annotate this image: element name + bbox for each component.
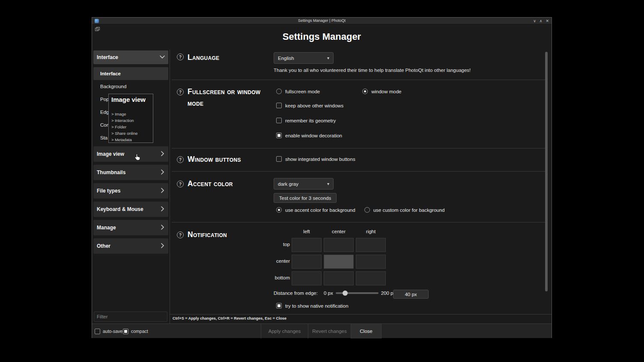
titlebar: Settings Manager | PhotoQt ∨ ∧ ✕ xyxy=(92,18,552,24)
radio-icon[interactable] xyxy=(362,89,368,94)
checkbox-icon xyxy=(123,329,128,334)
sidebar-item-interface[interactable]: Interface xyxy=(93,67,168,80)
sidebar-category-other[interactable]: Other xyxy=(93,238,168,254)
close-button[interactable]: Close xyxy=(351,324,382,338)
category-label: Manage xyxy=(97,225,116,231)
sidebar-item-label: Interface xyxy=(100,71,121,76)
radio-label: fullscreen mode xyxy=(285,89,320,94)
distance-from-edge-row: Distance from edge: 0 px 200 px xyxy=(274,291,396,296)
window-controls: ∨ ∧ ✕ xyxy=(533,18,549,24)
category-label: File types xyxy=(97,188,120,194)
image-view-tooltip: Image view > Image > Interaction > Folde… xyxy=(108,94,153,143)
sidebar-item-label: Background xyxy=(100,84,126,89)
checkbox-label: show integrated window buttons xyxy=(285,157,355,162)
grid-row-label: top xyxy=(255,242,290,247)
filter-input[interactable] xyxy=(94,312,167,322)
category-label: Interface xyxy=(97,54,118,60)
native-notification-checkbox[interactable]: try to show native notification xyxy=(276,303,349,309)
radio-icon xyxy=(276,89,282,94)
radio-icon[interactable] xyxy=(276,207,282,213)
sidebar-category-keyboard-mouse[interactable]: Keyboard & Mouse xyxy=(93,202,168,217)
position-cell-center-center[interactable] xyxy=(324,255,354,269)
checkbox-icon xyxy=(95,329,100,334)
language-note: Thank you to all who volunteered their t… xyxy=(274,68,471,73)
chevron-right-icon xyxy=(158,150,166,159)
category-label: Other xyxy=(97,243,110,249)
tooltip-item: > Metadata xyxy=(111,136,138,143)
checkbox-icon xyxy=(276,156,282,162)
language-dropdown[interactable]: English ▾ xyxy=(274,52,334,64)
compact-checkbox[interactable]: compact xyxy=(123,324,148,338)
help-icon[interactable]: ? xyxy=(177,53,184,60)
integrated-buttons-checkbox[interactable]: show integrated window buttons xyxy=(276,156,355,162)
background-color-radios[interactable]: use accent color for background use cust… xyxy=(276,207,445,213)
distance-value-box[interactable]: 40 px xyxy=(393,290,429,299)
grid-column-label: right xyxy=(356,229,386,234)
radio-label: use accent color for background xyxy=(285,208,355,213)
sidebar-category-thumbnails[interactable]: Thumbnails xyxy=(93,165,168,180)
auto-save-checkbox[interactable]: auto-save xyxy=(95,324,122,338)
radio-label: window mode xyxy=(371,89,401,94)
maximize-icon[interactable]: ∧ xyxy=(540,19,543,23)
sidebar-item-background[interactable]: Background xyxy=(93,80,168,93)
radio-label: use custom color for background xyxy=(373,208,445,213)
sidebar-category-interface[interactable]: Interface xyxy=(93,50,168,64)
checkbox-label: keep above other windows xyxy=(285,103,343,108)
checkbox-label: compact xyxy=(131,329,148,334)
close-icon[interactable]: ✕ xyxy=(546,19,549,23)
chevron-down-icon: ▾ xyxy=(327,181,329,186)
category-label: Keyboard & Mouse xyxy=(97,206,143,212)
tooltip-title: Image view xyxy=(111,96,150,103)
help-icon[interactable]: ? xyxy=(177,89,184,95)
grid-column-label: left xyxy=(292,229,322,234)
slider-handle[interactable] xyxy=(343,291,348,296)
position-cell-top-right[interactable] xyxy=(356,238,386,252)
checkbox-label: remember its geometry xyxy=(285,118,336,123)
position-cell-center-left[interactable] xyxy=(292,255,322,269)
help-icon[interactable]: ? xyxy=(177,181,184,187)
test-color-button[interactable]: Test color for 3 seconds xyxy=(274,193,337,203)
mouse-cursor-hand xyxy=(134,154,141,161)
chevron-right-icon xyxy=(158,223,166,232)
position-cell-bottom-right[interactable] xyxy=(356,271,386,285)
radio-icon[interactable] xyxy=(364,207,370,213)
revert-changes-button[interactable]: Revert changes xyxy=(308,324,351,338)
remember-geometry-checkbox[interactable]: remember its geometry xyxy=(276,118,336,123)
window-decoration-checkbox[interactable]: enable window decoration xyxy=(276,133,342,138)
section-divider xyxy=(172,80,545,80)
position-cell-top-left[interactable] xyxy=(292,238,322,252)
grid-row-label: center xyxy=(255,258,290,264)
distance-slider[interactable] xyxy=(336,292,379,294)
section-title-window-mode: Fullscreen or window mode xyxy=(188,86,273,109)
content-scrollbar[interactable] xyxy=(545,52,548,291)
tooltip-item: > Interaction xyxy=(111,117,138,124)
apply-changes-button[interactable]: Apply changes xyxy=(261,324,308,338)
section-divider xyxy=(172,171,545,172)
help-icon[interactable]: ? xyxy=(177,156,184,163)
sidebar-category-image-view[interactable]: Image view xyxy=(93,146,168,162)
position-cell-center-right[interactable] xyxy=(356,255,386,269)
help-icon[interactable]: ? xyxy=(177,231,184,238)
section-title-language: Language xyxy=(188,52,219,63)
sidebar-category-manage[interactable]: Manage xyxy=(93,220,168,235)
keep-above-checkbox[interactable]: keep above other windows xyxy=(276,103,343,108)
sidebar-category-file-types[interactable]: File types xyxy=(93,183,168,199)
chevron-right-icon xyxy=(158,168,166,177)
minimize-icon[interactable]: ∨ xyxy=(533,19,536,23)
accent-color-dropdown[interactable]: dark gray ▾ xyxy=(274,178,334,190)
fullscreen-mode-radio[interactable]: fullscreen mode window mode xyxy=(276,89,402,94)
settings-manager-window: Settings Manager | PhotoQt ∨ ∧ ✕ Setting… xyxy=(92,17,552,338)
footer-bar: auto-save compact Apply changes Revert c… xyxy=(92,323,552,338)
position-cell-bottom-center[interactable] xyxy=(324,271,354,285)
section-title-accent-color: Accent color xyxy=(188,178,233,190)
position-cell-bottom-left[interactable] xyxy=(292,271,322,285)
checkbox-label: auto-save xyxy=(103,329,122,334)
checkbox-label: try to show native notification xyxy=(285,303,349,309)
category-label: Image view xyxy=(97,151,124,157)
tooltip-item: > Image xyxy=(111,111,138,117)
checkbox-icon xyxy=(276,303,282,309)
section-divider xyxy=(172,222,545,223)
position-cell-top-center[interactable] xyxy=(324,238,354,252)
chevron-down-icon xyxy=(158,53,166,62)
sidebar-item-label: Pop xyxy=(100,97,109,102)
